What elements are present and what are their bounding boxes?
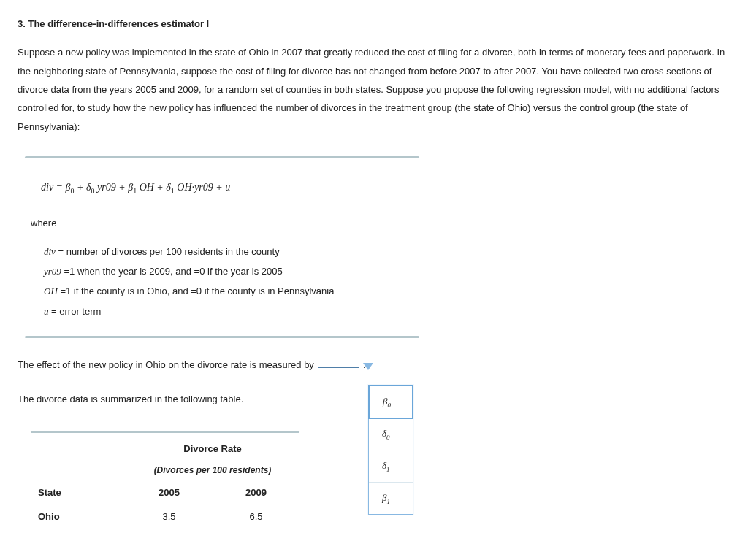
chevron-down-icon	[363, 363, 373, 370]
question-line-1: The effect of the new policy in Ohio on …	[18, 356, 730, 374]
dropdown-option-beta1[interactable]: β1	[369, 483, 413, 514]
answer-blank-dropdown[interactable]	[318, 367, 359, 368]
question-intro: Suppose a new policy was implemented in …	[18, 43, 730, 136]
table-col-state: State	[31, 481, 126, 505]
divider-bottom	[25, 336, 419, 338]
dropdown-menu: β0 δ0 δ1 β1	[368, 385, 413, 515]
table-col-2005: 2005	[126, 481, 213, 505]
table-col-2009: 2009	[213, 481, 299, 505]
table-top-rule	[31, 431, 299, 433]
dropdown-option-delta1[interactable]: δ1	[369, 450, 413, 483]
variable-definitions: div = number of divorces per 100 residen…	[44, 242, 730, 321]
dropdown-option-delta0[interactable]: δ0	[369, 418, 413, 450]
question-title: 3. The difference-in-differences estimat…	[18, 15, 730, 33]
table-header-sub: (Divorces per 100 residents)	[126, 460, 299, 481]
divider-top	[25, 156, 419, 158]
where-label: where	[31, 214, 730, 232]
dropdown-option-beta0[interactable]: β0	[368, 385, 413, 419]
table-row: Ohio 3.5 6.5	[31, 505, 299, 528]
regression-equation: div = β0 + δ0 yr09 + β1 OH + δ1 OH·yr09 …	[41, 177, 730, 198]
divorce-rate-table: Divorce Rate (Divorces per 100 residents…	[31, 437, 299, 528]
table-header-main: Divorce Rate	[126, 437, 299, 460]
